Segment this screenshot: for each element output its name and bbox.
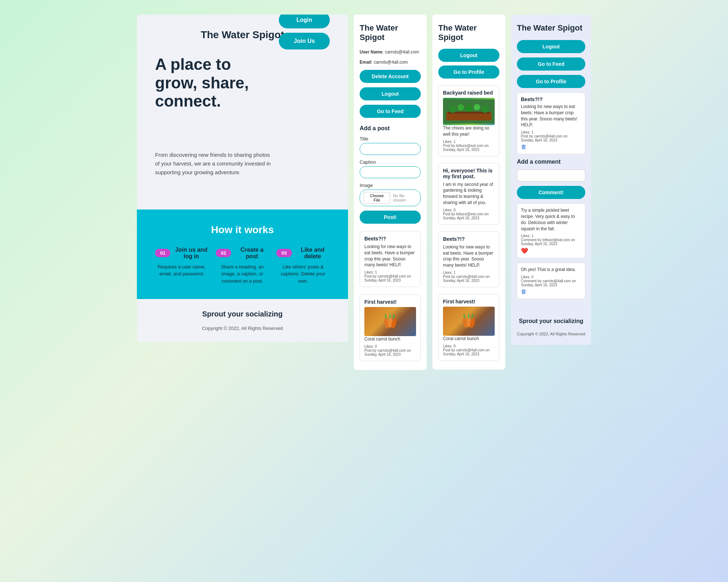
title-input[interactable] [360,143,421,155]
step-3-desc: Like others' posts & captions. Delete yo… [276,263,330,285]
email-label: Email [360,60,371,65]
detail-profile-button[interactable]: Go to Profile [517,75,585,88]
post-caption-harvest-feed: Coral carrot bunch [443,336,495,342]
svg-rect-19 [471,314,473,318]
comment-card-2: Oh yes! That is a great idea. Likes: 0 C… [517,263,585,299]
post-card-harvest: First harvest! Coral carrot bunch Likes:… [360,294,421,361]
svg-rect-18 [468,313,469,318]
post-button[interactable]: Post! [360,211,421,224]
add-post-title: Add a post [360,125,421,132]
post-title-beets-feed: Beets?!? [443,236,495,242]
comment-likes-2: Likes: 0 [521,275,581,279]
step-3-heading: Like and delete [296,247,330,260]
detail-sprout: Sprout your socializing [517,318,585,324]
step-1: 01 Join us and log in Requires a user na… [155,247,209,285]
post-meta-beets: Post by carrots@4all.com on Sunday, Apri… [364,274,416,282]
comment-button[interactable]: Comment! [517,186,585,199]
harvest-feed-image [443,307,495,336]
detail-logout-button[interactable]: Logout [517,40,585,53]
post-title-first-post: Hi, everyone! This is my first post. [443,168,495,179]
copyright: Copyright © 2022, All Rights Reserved [148,326,337,331]
landing-headline: A place togrow, share,connect. [155,55,279,111]
post-likes-raised-bed: Likes: 1 [443,140,495,144]
username-value: carrots@4all.com [385,49,419,55]
carrots-feed-svg [458,310,480,332]
landing-panel: The Water Spigot A place togrow, share,c… [137,15,348,342]
account-panel: The Water Spigot User Name: carrots@4all… [354,15,427,370]
post-card-beets: Beets?!? Looking for new ways to eat bee… [360,231,421,287]
svg-point-13 [481,105,489,113]
post-card-first-post: Hi, everyone! This is my first post. I a… [438,163,499,225]
post-meta-harvest-feed: Post by carrots@4all.com on Sunday, Apri… [443,348,495,356]
post-meta-first-post: Post by lettuce@eat.com on Sunday, April… [443,212,495,220]
detail-copyright: Copyright © 2022, All Rights Reserved [517,332,585,336]
username-label: User Name [360,49,383,55]
detail-panel: The Water Spigot Logout Go to Feed Go to… [511,15,591,345]
feed-profile-button[interactable]: Go to Profile [438,65,499,79]
post-likes-beets: Likes: 1 [364,270,416,274]
caption-label: Caption [360,159,421,165]
raised-bed-image [443,98,495,125]
post-card-beets-feed: Beets?!? Looking for new ways to eat bee… [438,231,499,287]
comment-text-1: Try a simple pickled beet recipe. Very q… [521,207,581,232]
post-likes-beets-feed: Likes: 1 [443,271,495,275]
svg-rect-3 [385,314,387,319]
detail-panel-title: The Water Spigot [517,23,585,33]
title-field-group: Title [360,136,421,155]
comment-card-1: Try a simple pickled beet recipe. Very q… [517,203,585,258]
landing-description: From discovering new friends to sharing … [155,151,272,177]
comment-meta-1: Comment by lettuce@eat.com on Sunday, Ap… [521,238,581,246]
post-card-raised-bed: Backyard raised bed The chives are doing… [438,85,499,156]
step-3: 03 Like and delete Like others' posts & … [276,247,330,285]
email-value: carrots@4all.com [374,60,408,65]
beets-detail-title: Beets?!? [521,96,581,102]
feed-logout-button[interactable]: Logout [438,49,499,62]
login-button[interactable]: Login [279,15,330,28]
beets-detail-caption: Looking for new ways to eat beets. Have … [521,104,581,128]
go-to-feed-button[interactable]: Go to Feed [360,105,421,118]
caption-input[interactable] [360,166,421,178]
post-card-harvest-feed: First harvest! Coral carrot bunch Likes:… [438,294,499,361]
comment-meta-2: Comment by carrots@4all.com on Sunday, A… [521,279,581,287]
post-caption-first-post: I am in my second year of gardening & lo… [443,182,495,206]
svg-rect-4 [389,314,391,319]
join-button[interactable]: Join Us [279,33,330,49]
step-3-header: 03 Like and delete [276,247,330,260]
svg-point-11 [465,105,472,112]
caption-field-group: Caption [360,159,421,178]
delete-comment-icon[interactable]: 🗑 [521,288,581,295]
add-comment-title: Add a comment [517,159,585,165]
choose-file-button[interactable]: Choose File [364,192,390,204]
beets-detail-card: Beets?!? Looking for new ways to eat bee… [517,92,585,154]
post-likes-harvest: Likes: 0 [364,344,416,348]
carrots-svg [379,311,401,332]
how-title: How it works [155,224,330,236]
delete-account-button[interactable]: Delete Account [360,70,421,83]
logout-button[interactable]: Logout [360,87,421,100]
how-it-works-section: How it works 01 Join us and log in Requi… [137,210,348,299]
landing-footer: Sprout your socializing Copyright © 2022… [137,299,348,342]
feed-panel-title: The Water Spigot [438,23,499,42]
post-caption-beets-feed: Looking for new ways to eat beets. Have … [443,244,495,268]
svg-point-9 [449,105,456,113]
delete-post-icon[interactable]: 🗑 [521,144,581,150]
post-title-raised-bed: Backyard raised bed [443,90,495,96]
post-caption-beets: Looking for new ways to eat beets. Have … [364,244,416,268]
landing-buttons: Login Join Us [279,15,330,49]
harvest-image [364,307,416,336]
post-meta-raised-bed: Post by lettuce@eat.com on Sunday, April… [443,144,495,152]
feed-panel: The Water Spigot Logout Go to Profile Ba… [432,15,505,370]
email-field: Email: carrots@4all.com [360,60,421,65]
heart-icon-1[interactable]: ❤️ [521,247,581,254]
comment-likes-1: Likes: 1 [521,234,581,238]
image-label: Image [360,183,421,188]
detail-feed-button[interactable]: Go to Feed [517,57,585,71]
step-2-header: 02 Create a post [216,247,269,260]
how-steps: 01 Join us and log in Requires a user na… [155,247,330,285]
landing-main: The Water Spigot A place togrow, share,c… [137,15,348,210]
step-1-header: 01 Join us and log in [155,247,209,260]
username-field: User Name: carrots@4all.com [360,49,421,55]
comment-input[interactable] [517,170,585,182]
beets-detail-meta: Post by carrots@4all.com on Sunday, Apri… [521,134,581,142]
step-2-heading: Create a post [235,247,269,260]
